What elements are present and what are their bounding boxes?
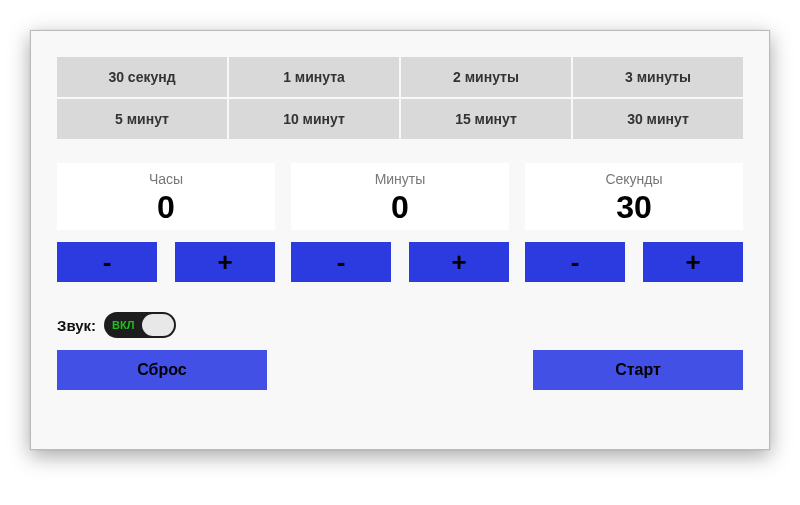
preset-label: 30 секунд — [108, 69, 175, 85]
start-label: Старт — [615, 361, 661, 379]
seconds-label: Секунды — [525, 171, 743, 187]
seconds-stepper: - + — [525, 242, 743, 282]
preset-label: 30 минут — [627, 111, 689, 127]
minutes-label: Минуты — [291, 171, 509, 187]
preset-label: 5 минут — [115, 111, 169, 127]
preset-1m[interactable]: 1 минута — [229, 57, 399, 97]
hours-stepper: - + — [57, 242, 275, 282]
preset-3m[interactable]: 3 минуты — [573, 57, 743, 97]
preset-2m[interactable]: 2 минуты — [401, 57, 571, 97]
sound-state-text: ВКЛ — [112, 319, 134, 331]
preset-30m[interactable]: 30 минут — [573, 99, 743, 139]
hours-value: 0 — [57, 189, 275, 226]
sound-toggle[interactable]: ВКЛ — [104, 312, 176, 338]
hours-label: Часы — [57, 171, 275, 187]
preset-label: 15 минут — [455, 111, 517, 127]
action-row: Сброс Старт — [57, 350, 743, 390]
plus-icon: + — [217, 247, 232, 278]
timer-panel: 30 секунд 1 минута 2 минуты 3 минуты 5 м… — [30, 30, 770, 450]
sound-row: Звук: ВКЛ — [57, 312, 743, 338]
preset-5m[interactable]: 5 минут — [57, 99, 227, 139]
start-button[interactable]: Старт — [533, 350, 743, 390]
minus-icon: - — [571, 247, 580, 278]
hours-plus-button[interactable]: + — [175, 242, 275, 282]
minutes-minus-button[interactable]: - — [291, 242, 391, 282]
reset-label: Сброс — [137, 361, 186, 379]
hours-minus-button[interactable]: - — [57, 242, 157, 282]
hours-display: Часы 0 — [57, 163, 275, 230]
toggle-knob-icon — [142, 314, 174, 336]
seconds-plus-button[interactable]: + — [643, 242, 743, 282]
preset-grid: 30 секунд 1 минута 2 минуты 3 минуты 5 м… — [57, 57, 743, 139]
preset-30s[interactable]: 30 секунд — [57, 57, 227, 97]
hours-unit: Часы 0 - + — [57, 163, 275, 282]
preset-15m[interactable]: 15 минут — [401, 99, 571, 139]
seconds-value: 30 — [525, 189, 743, 226]
seconds-unit: Секунды 30 - + — [525, 163, 743, 282]
preset-label: 10 минут — [283, 111, 345, 127]
preset-label: 2 минуты — [453, 69, 519, 85]
seconds-minus-button[interactable]: - — [525, 242, 625, 282]
minutes-stepper: - + — [291, 242, 509, 282]
minutes-unit: Минуты 0 - + — [291, 163, 509, 282]
reset-button[interactable]: Сброс — [57, 350, 267, 390]
plus-icon: + — [685, 247, 700, 278]
plus-icon: + — [451, 247, 466, 278]
minutes-display: Минуты 0 — [291, 163, 509, 230]
preset-10m[interactable]: 10 минут — [229, 99, 399, 139]
minutes-plus-button[interactable]: + — [409, 242, 509, 282]
preset-label: 3 минуты — [625, 69, 691, 85]
minus-icon: - — [337, 247, 346, 278]
seconds-display: Секунды 30 — [525, 163, 743, 230]
time-units: Часы 0 - + Минуты 0 - + Секунды 30 — [57, 163, 743, 282]
sound-label: Звук: — [57, 317, 96, 334]
minus-icon: - — [103, 247, 112, 278]
preset-label: 1 минута — [283, 69, 345, 85]
minutes-value: 0 — [291, 189, 509, 226]
